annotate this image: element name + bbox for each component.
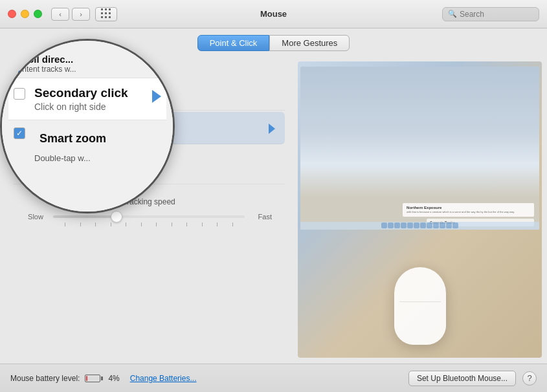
battery-tip xyxy=(101,376,103,380)
statusbar: Mouse battery level: 4% Change Batteries… xyxy=(0,364,547,392)
slider-container: Slow Fast xyxy=(13,213,285,221)
mag-secondary-title: Secondary click xyxy=(34,86,128,100)
slider-thumb[interactable] xyxy=(111,211,122,223)
minimize-button[interactable] xyxy=(21,10,29,18)
search-input[interactable] xyxy=(460,10,533,19)
battery-section: Mouse battery level: 4% Change Batteries… xyxy=(10,374,196,383)
preview-image: Northern Exposure with that is because a… xyxy=(298,61,542,358)
magnifier: Scroll direc... Content tracks w... Seco… xyxy=(0,39,175,213)
arrow-right-icon xyxy=(269,124,275,134)
mag-smart-zoom-title: Smart zoom xyxy=(34,125,111,152)
dock-icon xyxy=(381,223,387,228)
search-icon: 🔍 xyxy=(448,10,457,18)
mag-secondary-sub: Click on right side xyxy=(34,102,128,112)
preview-card-1-title: Northern Exposure xyxy=(407,206,530,210)
battery-icon xyxy=(85,375,103,382)
grid-icon xyxy=(101,8,112,19)
mouse-preview xyxy=(394,267,446,345)
dock-icon xyxy=(433,223,439,228)
help-button[interactable]: ? xyxy=(522,371,537,386)
battery-percentage: 4% xyxy=(108,374,119,383)
dock-icon xyxy=(420,223,426,228)
right-panel: Northern Exposure with that is because a… xyxy=(298,56,547,363)
grid-button[interactable] xyxy=(95,7,117,21)
tab-more-gestures[interactable]: More Gestures xyxy=(269,35,350,51)
preview-card-1-text: with that is because a creature which is… xyxy=(407,210,530,214)
mag-secondary-arrow xyxy=(152,90,161,103)
mag-scroll-dir-sub: Content tracks w... xyxy=(12,65,162,74)
mag-scroll-dir-title: Scroll direc... xyxy=(12,54,162,65)
mag-smart-zoom-sub: Double-tap w... xyxy=(34,153,111,163)
dock-icon xyxy=(401,223,407,228)
search-bar[interactable]: 🔍 xyxy=(442,7,539,21)
preview-dock xyxy=(300,222,539,230)
fast-label: Fast xyxy=(252,213,272,221)
dock-icon xyxy=(394,223,400,228)
window-title: Mouse xyxy=(260,9,287,19)
dock-icon xyxy=(407,223,413,228)
battery-label: Mouse battery level: xyxy=(10,374,80,383)
change-batteries-button[interactable]: Change Batteries... xyxy=(130,374,197,383)
slow-label: Slow xyxy=(26,213,45,221)
traffic-lights xyxy=(8,10,42,18)
preview-card-1: Northern Exposure with that is because a… xyxy=(403,203,534,217)
maximize-button[interactable] xyxy=(34,10,42,18)
secondary-click-arrow xyxy=(264,121,280,136)
preview-screen: Northern Exposure with that is because a… xyxy=(300,67,539,230)
mag-scroll-dir-row: Scroll direc... Content tracks w... xyxy=(8,51,166,78)
forward-button[interactable]: › xyxy=(72,8,90,21)
mag-secondary-checkbox xyxy=(14,88,25,100)
magnifier-content: Scroll direc... Content tracks w... Seco… xyxy=(2,41,173,212)
dock-icon xyxy=(388,223,394,228)
back-button[interactable]: ‹ xyxy=(51,8,69,21)
mouse-line xyxy=(399,301,441,302)
nav-buttons: ‹ › xyxy=(51,8,90,21)
tab-point-click[interactable]: Point & Click xyxy=(197,35,270,51)
dock-icon xyxy=(452,223,458,228)
mag-smart-zoom-checkbox: ✓ xyxy=(14,127,25,139)
tracking-slider[interactable] xyxy=(53,215,245,218)
dock-icon xyxy=(427,223,432,228)
mag-secondary-row: Secondary click Click on right side xyxy=(8,78,166,120)
titlebar: ‹ › Mouse 🔍 xyxy=(0,0,547,28)
bluetooth-setup-button[interactable]: Set Up Bluetooth Mouse... xyxy=(408,371,516,386)
battery-fill xyxy=(86,376,87,381)
battery-body xyxy=(85,375,100,382)
dock-icon xyxy=(414,223,419,228)
mag-smart-zoom-row: ✓ Smart zoom Double-tap w... xyxy=(8,120,166,168)
dock-icon xyxy=(440,223,445,228)
close-button[interactable] xyxy=(8,10,16,18)
dock-icon xyxy=(446,223,452,228)
